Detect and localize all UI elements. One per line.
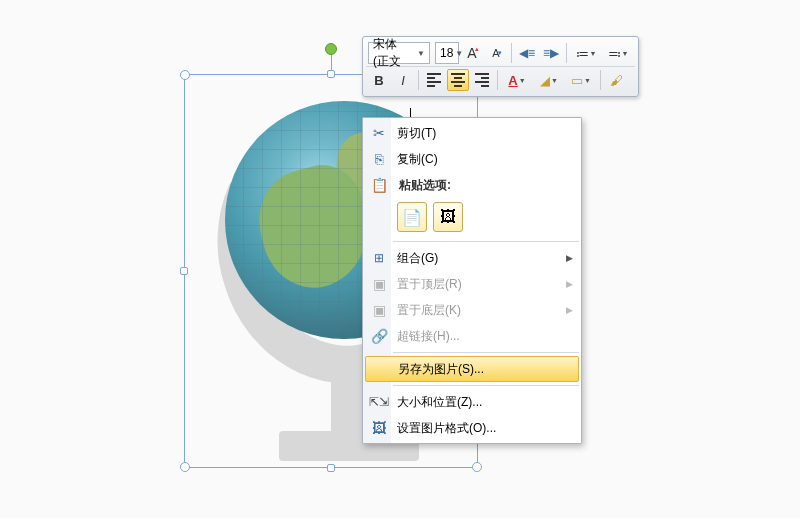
bold-button[interactable]: B (368, 69, 390, 91)
numbering-button[interactable]: ≕▼ (603, 42, 633, 64)
font-size-value: 18 (440, 46, 453, 60)
bullets-button[interactable]: ≔▼ (571, 42, 601, 64)
align-left-button[interactable] (423, 69, 445, 91)
align-center-icon (451, 73, 465, 87)
font-color-button[interactable]: A▼ (502, 69, 532, 91)
bold-icon: B (374, 73, 383, 88)
align-left-icon (427, 73, 441, 87)
chevron-down-icon: ▼ (551, 77, 558, 84)
menu-hyperlink-label: 超链接(H)... (397, 328, 573, 345)
resize-handle-bottom-right[interactable] (472, 462, 482, 472)
decrease-indent-button[interactable]: ◀≡ (516, 42, 538, 64)
chevron-down-icon: ▼ (417, 49, 425, 58)
menu-size-position-label: 大小和位置(Z)... (397, 394, 573, 411)
decrease-indent-icon: ◀≡ (519, 46, 535, 60)
separator (418, 70, 419, 90)
font-size-select[interactable]: 18 ▼ (435, 42, 459, 64)
increase-indent-icon: ≡▶ (543, 46, 559, 60)
paste-option-picture[interactable]: 🖼 (433, 202, 463, 232)
increase-indent-button[interactable]: ≡▶ (540, 42, 562, 64)
grow-font-button[interactable]: A (461, 42, 483, 64)
separator (566, 43, 567, 63)
shape-outline-button[interactable]: ▭▼ (566, 69, 596, 91)
menu-format-picture[interactable]: 🖼 设置图片格式(O)... (363, 415, 581, 441)
resize-handle-bottom-left[interactable] (180, 462, 190, 472)
resize-handle-top[interactable] (327, 70, 335, 78)
menu-hyperlink: 🔗 超链接(H)... (363, 323, 581, 349)
copy-icon: ⎘ (367, 148, 391, 170)
send-back-icon: ▣ (367, 299, 391, 321)
align-right-button[interactable] (471, 69, 493, 91)
group-icon: ⊞ (367, 247, 391, 269)
italic-icon: I (401, 73, 405, 88)
font-family-value: 宋体 (正文 (373, 36, 415, 70)
bullets-icon: ≔ (576, 46, 589, 61)
size-position-icon: ⇱⇲ (367, 391, 391, 413)
menu-cut-label: 剪切(T) (397, 125, 573, 142)
menu-separator (393, 352, 579, 353)
submenu-arrow-icon: ▶ (566, 279, 573, 289)
paste-options-label: 粘贴选项: (397, 177, 573, 194)
chevron-down-icon: ▼ (590, 50, 597, 57)
menu-cut[interactable]: ✂ 剪切(T) (363, 120, 581, 146)
shrink-font-button[interactable]: A (485, 42, 507, 64)
save-icon (368, 358, 392, 380)
resize-handle-top-left[interactable] (180, 70, 190, 80)
menu-separator (393, 241, 579, 242)
clipboard-picture-icon: 🖼 (440, 208, 456, 226)
format-picture-icon: 🖼 (367, 417, 391, 439)
menu-bring-front-label: 置于顶层(R) (397, 276, 566, 293)
chevron-down-icon: ▼ (584, 77, 591, 84)
rotation-handle[interactable] (325, 43, 337, 55)
format-painter-button[interactable]: 🖌 (605, 69, 627, 91)
separator (511, 43, 512, 63)
menu-group[interactable]: ⊞ 组合(G) ▶ (363, 245, 581, 271)
menu-save-as-picture[interactable]: 另存为图片(S)... (365, 356, 579, 382)
font-color-icon: A (508, 73, 517, 88)
outline-icon: ▭ (571, 73, 583, 88)
italic-button[interactable]: I (392, 69, 414, 91)
submenu-arrow-icon: ▶ (566, 305, 573, 315)
menu-format-picture-label: 设置图片格式(O)... (397, 420, 573, 437)
menu-group-label: 组合(G) (397, 250, 566, 267)
context-menu: ✂ 剪切(T) ⎘ 复制(C) 📋 粘贴选项: 📄 🖼 ⊞ 组合(G) ▶ ▣ … (362, 117, 582, 444)
paint-bucket-icon: ◢ (540, 73, 550, 88)
separator (600, 70, 601, 90)
menu-copy[interactable]: ⎘ 复制(C) (363, 146, 581, 172)
shrink-font-icon: A (492, 47, 499, 59)
menu-copy-label: 复制(C) (397, 151, 573, 168)
chevron-down-icon: ▼ (622, 50, 629, 57)
resize-handle-left[interactable] (180, 267, 188, 275)
menu-bring-front: ▣ 置于顶层(R) ▶ (363, 271, 581, 297)
chevron-down-icon: ▼ (519, 77, 526, 84)
align-center-button[interactable] (447, 69, 469, 91)
bring-front-icon: ▣ (367, 273, 391, 295)
paste-options-row: 📄 🖼 (363, 198, 581, 238)
menu-send-back: ▣ 置于底层(K) ▶ (363, 297, 581, 323)
numbering-icon: ≕ (608, 46, 621, 61)
grow-font-icon: A (467, 45, 476, 61)
mini-format-toolbar: 宋体 (正文 ▼ 18 ▼ A A ◀≡ ≡▶ ≔▼ ≕▼ B I A▼ ◢▼ … (362, 36, 639, 97)
shape-fill-button[interactable]: ◢▼ (534, 69, 564, 91)
align-right-icon (475, 73, 489, 87)
clipboard-text-icon: 📄 (402, 208, 422, 227)
paintbrush-icon: 🖌 (610, 73, 623, 88)
separator (497, 70, 498, 90)
menu-save-as-picture-label: 另存为图片(S)... (398, 361, 572, 378)
menu-size-position[interactable]: ⇱⇲ 大小和位置(Z)... (363, 389, 581, 415)
menu-send-back-label: 置于底层(K) (397, 302, 566, 319)
submenu-arrow-icon: ▶ (566, 253, 573, 263)
paste-option-text[interactable]: 📄 (397, 202, 427, 232)
scissors-icon: ✂ (367, 122, 391, 144)
resize-handle-bottom[interactable] (327, 464, 335, 472)
menu-paste-options-header: 📋 粘贴选项: (363, 172, 581, 198)
clipboard-icon: 📋 (367, 174, 391, 196)
font-family-select[interactable]: 宋体 (正文 ▼ (368, 42, 430, 64)
menu-separator (393, 385, 579, 386)
hyperlink-icon: 🔗 (367, 325, 391, 347)
